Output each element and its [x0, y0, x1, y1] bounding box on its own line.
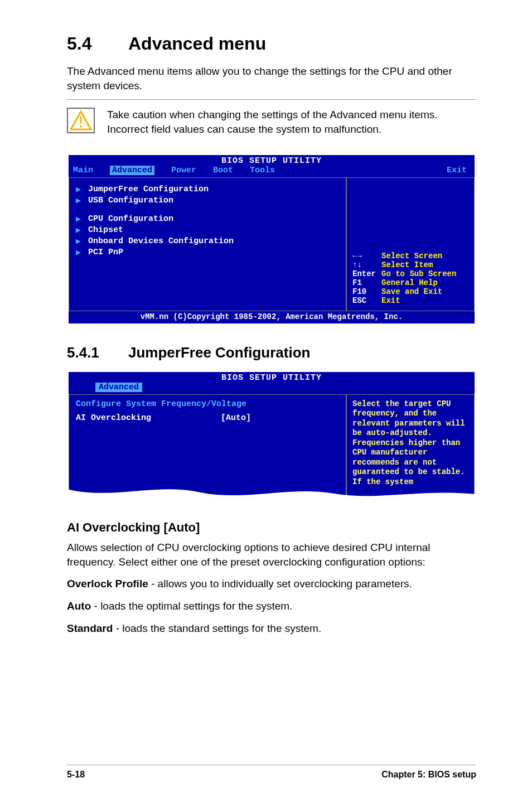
caution-block: Take caution when changing the settings …	[67, 108, 476, 136]
option-text: - loads the optimal settings for the sys…	[91, 600, 292, 612]
key-desc: General Help	[381, 278, 438, 287]
tab-power[interactable]: Power	[171, 166, 196, 175]
tab-main[interactable]: Main	[73, 166, 93, 175]
subsection-title-text: JumperFree Configuration	[128, 344, 310, 361]
tab-exit[interactable]: Exit	[447, 166, 467, 175]
caution-text: Take caution when changing the settings …	[107, 108, 476, 136]
submenu-arrow-icon: ▶	[76, 214, 84, 224]
menu-label: Chipset	[88, 225, 123, 235]
menu-onboard-devices[interactable]: ▶Onboard Devices Configuration	[76, 236, 339, 247]
bios-right-help-pane: Select the target CPU frequency, and the…	[346, 394, 475, 500]
menu-chipset[interactable]: ▶Chipset	[76, 225, 339, 235]
key: ↑↓	[352, 260, 381, 269]
key: Enter	[352, 269, 381, 278]
section-title-text: Advanced menu	[128, 33, 266, 54]
bios-title: BIOS SETUP UTILITY	[69, 372, 475, 383]
menu-cpu-config[interactable]: ▶CPU Configuration	[76, 214, 339, 224]
bios-screen-advanced: BIOS SETUP UTILITY Main Advanced Power B…	[67, 153, 476, 325]
chapter-label: Chapter 5: BIOS setup	[381, 770, 476, 780]
tab-advanced[interactable]: Advanced	[95, 383, 142, 392]
key-desc: Select Screen	[381, 252, 442, 260]
keyhelp-row: ESCExit	[352, 296, 468, 305]
option-overlock-profile: Overlock Profile - allows you to individ…	[67, 577, 476, 591]
tab-advanced[interactable]: Advanced	[110, 166, 154, 175]
option-label: Overlock Profile	[67, 578, 148, 590]
svg-point-2	[80, 125, 82, 128]
config-value: [Auto]	[221, 413, 251, 423]
menu-label: USB Configuration	[88, 196, 173, 205]
page-number: 5-18	[67, 770, 85, 780]
menu-jumperfree[interactable]: ▶JumperFree Configuration	[76, 184, 339, 195]
submenu-arrow-icon: ▶	[76, 247, 84, 258]
key: ESC	[352, 296, 381, 305]
keyhelp-row: ↑↓Select Item	[352, 260, 468, 269]
tab-boot[interactable]: Boot	[213, 166, 233, 175]
bios-menu-bar: Advanced	[69, 383, 475, 394]
page-footer: 5-18 Chapter 5: BIOS setup	[67, 765, 476, 780]
submenu-arrow-icon: ▶	[76, 236, 84, 247]
bios-right-help-pane: ←→Select Screen ↑↓Select Item EnterGo to…	[346, 177, 475, 311]
config-row-ai-overclocking[interactable]: AI Overclocking [Auto]	[76, 413, 339, 423]
menu-label: CPU Configuration	[88, 214, 173, 224]
key: F10	[352, 287, 381, 296]
menu-pci-pnp[interactable]: ▶PCI PnP	[76, 247, 339, 258]
option-text: - allows you to individually set overclo…	[148, 578, 412, 590]
section-number: 5.4	[67, 33, 128, 54]
keyhelp-row: F10Save and Exit	[352, 287, 468, 296]
submenu-arrow-icon: ▶	[76, 184, 84, 195]
key-desc: Save and Exit	[381, 287, 442, 296]
keyhelp-row: EnterGo to Sub Screen	[352, 269, 468, 278]
key: F1	[352, 278, 381, 287]
option-label: Standard	[67, 622, 113, 634]
bios-left-pane: ▶JumperFree Configuration ▶USB Configura…	[69, 177, 346, 311]
option-heading: AI Overclocking [Auto]	[67, 520, 476, 535]
keyhelp-row: F1General Help	[352, 278, 468, 287]
bios-title: BIOS SETUP UTILITY	[69, 155, 475, 166]
option-description: Allows selection of CPU overclocking opt…	[67, 540, 476, 569]
caution-icon	[67, 108, 95, 133]
bios-left-pane: Configure System Frequency/Voltage AI Ov…	[69, 394, 346, 500]
divider	[67, 99, 476, 100]
config-header: Configure System Frequency/Voltage	[76, 399, 339, 409]
bios-copyright: vMM.nn (C)Copyright 1985-2002, American …	[69, 311, 475, 323]
config-label: AI Overclocking	[76, 413, 221, 423]
tab-tools[interactable]: Tools	[250, 166, 275, 175]
menu-label: JumperFree Configuration	[88, 185, 209, 194]
keyhelp-row: ←→Select Screen	[352, 252, 468, 260]
option-label: Auto	[67, 600, 91, 612]
option-standard: Standard - loads the standard settings f…	[67, 621, 476, 636]
bios-screen-jumperfree: BIOS SETUP UTILITY Advanced Configure Sy…	[67, 370, 476, 502]
key-desc: Go to Sub Screen	[381, 269, 456, 278]
section-title: 5.4Advanced menu	[67, 33, 476, 54]
submenu-arrow-icon: ▶	[76, 195, 84, 206]
menu-label: PCI PnP	[88, 248, 123, 257]
key-desc: Exit	[381, 296, 400, 305]
intro-paragraph: The Advanced menu items allow you to cha…	[67, 64, 476, 93]
bios-menu-bar: Main Advanced Power Boot Tools Exit	[69, 166, 475, 177]
subsection-title: 5.4.1JumperFree Configuration	[67, 344, 476, 361]
option-text: - loads the standard settings for the sy…	[113, 622, 321, 634]
key-desc: Select Item	[381, 260, 433, 269]
menu-usb-config[interactable]: ▶USB Configuration	[76, 195, 339, 206]
menu-label: Onboard Devices Configuration	[88, 236, 234, 246]
subsection-number: 5.4.1	[67, 344, 128, 361]
key: ←→	[352, 252, 381, 260]
submenu-arrow-icon: ▶	[76, 225, 84, 235]
option-auto: Auto - loads the optimal settings for th…	[67, 599, 476, 613]
